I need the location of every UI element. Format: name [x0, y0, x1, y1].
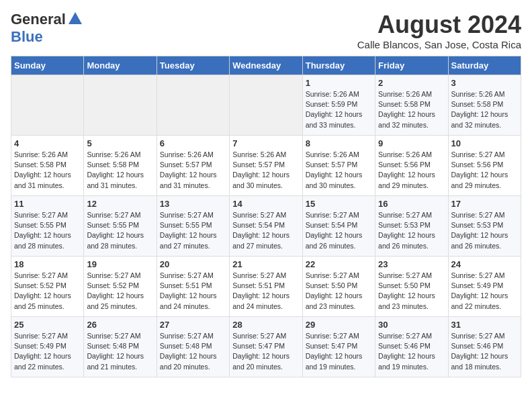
day-number: 20 [160, 259, 226, 269]
day-number: 9 [378, 138, 445, 148]
location-subtitle: Calle Blancos, San Jose, Costa Rica [357, 39, 521, 50]
day-number: 10 [451, 138, 518, 148]
weekday-header-tuesday: Tuesday [157, 56, 229, 75]
day-number: 21 [232, 259, 299, 269]
day-info: Sunrise: 5:26 AM Sunset: 5:56 PM Dayligh… [378, 150, 445, 191]
calendar-cell: 11Sunrise: 5:27 AM Sunset: 5:55 PM Dayli… [11, 196, 84, 257]
day-info: Sunrise: 5:26 AM Sunset: 5:57 PM Dayligh… [232, 150, 299, 191]
day-number: 6 [160, 138, 226, 148]
day-info: Sunrise: 5:26 AM Sunset: 5:58 PM Dayligh… [378, 89, 445, 130]
month-year-title: August 2024 [357, 11, 521, 39]
calendar-cell: 5Sunrise: 5:26 AM Sunset: 5:58 PM Daylig… [84, 136, 157, 196]
day-number: 8 [306, 138, 372, 148]
calendar-week-4: 18Sunrise: 5:27 AM Sunset: 5:52 PM Dayli… [11, 257, 521, 317]
calendar-cell: 24Sunrise: 5:27 AM Sunset: 5:49 PM Dayli… [448, 257, 521, 317]
logo-triangle-icon [69, 12, 82, 24]
day-info: Sunrise: 5:27 AM Sunset: 5:47 PM Dayligh… [306, 331, 372, 372]
calendar-cell: 30Sunrise: 5:27 AM Sunset: 5:46 PM Dayli… [375, 317, 448, 377]
calendar-cell: 2Sunrise: 5:26 AM Sunset: 5:58 PM Daylig… [375, 75, 448, 136]
calendar-week-2: 4Sunrise: 5:26 AM Sunset: 5:58 PM Daylig… [11, 136, 521, 196]
day-info: Sunrise: 5:27 AM Sunset: 5:55 PM Dayligh… [87, 210, 153, 251]
calendar-cell: 27Sunrise: 5:27 AM Sunset: 5:48 PM Dayli… [157, 317, 229, 377]
day-number: 14 [232, 199, 299, 209]
day-number: 25 [14, 320, 81, 330]
day-info: Sunrise: 5:27 AM Sunset: 5:46 PM Dayligh… [451, 331, 518, 372]
calendar-cell: 9Sunrise: 5:26 AM Sunset: 5:56 PM Daylig… [375, 136, 448, 196]
weekday-header-sunday: Sunday [11, 56, 84, 75]
weekday-header-thursday: Thursday [302, 56, 375, 75]
day-info: Sunrise: 5:27 AM Sunset: 5:49 PM Dayligh… [451, 271, 518, 312]
weekday-header-row: SundayMondayTuesdayWednesdayThursdayFrid… [11, 56, 521, 75]
calendar-cell: 28Sunrise: 5:27 AM Sunset: 5:47 PM Dayli… [230, 317, 302, 377]
day-number: 11 [14, 199, 81, 209]
day-info: Sunrise: 5:26 AM Sunset: 5:57 PM Dayligh… [160, 150, 226, 191]
calendar-cell: 13Sunrise: 5:27 AM Sunset: 5:55 PM Dayli… [157, 196, 229, 257]
calendar-cell [11, 75, 84, 136]
calendar-cell: 8Sunrise: 5:26 AM Sunset: 5:57 PM Daylig… [302, 136, 375, 196]
day-number: 28 [232, 320, 299, 330]
title-area: August 2024 Calle Blancos, San Jose, Cos… [357, 11, 521, 50]
day-number: 13 [160, 199, 226, 209]
calendar-cell: 3Sunrise: 5:26 AM Sunset: 5:58 PM Daylig… [448, 75, 521, 136]
calendar-cell: 16Sunrise: 5:27 AM Sunset: 5:53 PM Dayli… [375, 196, 448, 257]
day-info: Sunrise: 5:27 AM Sunset: 5:52 PM Dayligh… [14, 271, 81, 312]
day-number: 12 [87, 199, 153, 209]
calendar-cell: 12Sunrise: 5:27 AM Sunset: 5:55 PM Dayli… [84, 196, 157, 257]
calendar-cell: 19Sunrise: 5:27 AM Sunset: 5:52 PM Dayli… [84, 257, 157, 317]
day-number: 29 [306, 320, 372, 330]
day-info: Sunrise: 5:26 AM Sunset: 5:58 PM Dayligh… [14, 150, 81, 191]
day-info: Sunrise: 5:27 AM Sunset: 5:47 PM Dayligh… [232, 331, 299, 372]
calendar-cell: 23Sunrise: 5:27 AM Sunset: 5:50 PM Dayli… [375, 257, 448, 317]
calendar-cell: 22Sunrise: 5:27 AM Sunset: 5:50 PM Dayli… [302, 257, 375, 317]
calendar-cell: 25Sunrise: 5:27 AM Sunset: 5:49 PM Dayli… [11, 317, 84, 377]
day-info: Sunrise: 5:27 AM Sunset: 5:54 PM Dayligh… [306, 210, 372, 251]
calendar-cell: 31Sunrise: 5:27 AM Sunset: 5:46 PM Dayli… [448, 317, 521, 377]
day-number: 2 [378, 78, 445, 88]
calendar-week-1: 1Sunrise: 5:26 AM Sunset: 5:59 PM Daylig… [11, 75, 521, 136]
day-info: Sunrise: 5:27 AM Sunset: 5:51 PM Dayligh… [160, 271, 226, 312]
calendar-cell: 1Sunrise: 5:26 AM Sunset: 5:59 PM Daylig… [302, 75, 375, 136]
day-number: 16 [378, 199, 445, 209]
calendar-week-3: 11Sunrise: 5:27 AM Sunset: 5:55 PM Dayli… [11, 196, 521, 257]
day-number: 5 [87, 138, 153, 148]
weekday-header-friday: Friday [375, 56, 448, 75]
day-info: Sunrise: 5:27 AM Sunset: 5:55 PM Dayligh… [14, 210, 81, 251]
day-number: 4 [14, 138, 81, 148]
day-number: 18 [14, 259, 81, 269]
day-info: Sunrise: 5:26 AM Sunset: 5:58 PM Dayligh… [87, 150, 153, 191]
calendar-cell: 14Sunrise: 5:27 AM Sunset: 5:54 PM Dayli… [230, 196, 302, 257]
day-number: 15 [306, 199, 372, 209]
day-info: Sunrise: 5:27 AM Sunset: 5:48 PM Dayligh… [160, 331, 226, 372]
weekday-header-monday: Monday [84, 56, 157, 75]
day-number: 31 [451, 320, 518, 330]
logo-blue-text: Blue [11, 28, 43, 46]
calendar-cell: 29Sunrise: 5:27 AM Sunset: 5:47 PM Dayli… [302, 317, 375, 377]
day-info: Sunrise: 5:27 AM Sunset: 5:54 PM Dayligh… [232, 210, 299, 251]
day-info: Sunrise: 5:26 AM Sunset: 5:59 PM Dayligh… [306, 89, 372, 130]
logo: General Blue [11, 11, 82, 46]
day-info: Sunrise: 5:27 AM Sunset: 5:46 PM Dayligh… [378, 331, 445, 372]
calendar-cell: 18Sunrise: 5:27 AM Sunset: 5:52 PM Dayli… [11, 257, 84, 317]
day-info: Sunrise: 5:27 AM Sunset: 5:50 PM Dayligh… [306, 271, 372, 312]
day-info: Sunrise: 5:27 AM Sunset: 5:55 PM Dayligh… [160, 210, 226, 251]
day-number: 17 [451, 199, 518, 209]
logo-general-text: General [11, 11, 66, 28]
calendar-week-5: 25Sunrise: 5:27 AM Sunset: 5:49 PM Dayli… [11, 317, 521, 377]
day-info: Sunrise: 5:27 AM Sunset: 5:53 PM Dayligh… [378, 210, 445, 251]
day-info: Sunrise: 5:27 AM Sunset: 5:56 PM Dayligh… [451, 150, 518, 191]
day-number: 30 [378, 320, 445, 330]
day-info: Sunrise: 5:27 AM Sunset: 5:50 PM Dayligh… [378, 271, 445, 312]
day-number: 26 [87, 320, 153, 330]
day-info: Sunrise: 5:27 AM Sunset: 5:53 PM Dayligh… [451, 210, 518, 251]
day-info: Sunrise: 5:26 AM Sunset: 5:57 PM Dayligh… [306, 150, 372, 191]
calendar-cell: 10Sunrise: 5:27 AM Sunset: 5:56 PM Dayli… [448, 136, 521, 196]
calendar-cell: 15Sunrise: 5:27 AM Sunset: 5:54 PM Dayli… [302, 196, 375, 257]
weekday-header-wednesday: Wednesday [230, 56, 302, 75]
weekday-header-saturday: Saturday [448, 56, 521, 75]
day-info: Sunrise: 5:27 AM Sunset: 5:52 PM Dayligh… [87, 271, 153, 312]
calendar-cell: 7Sunrise: 5:26 AM Sunset: 5:57 PM Daylig… [230, 136, 302, 196]
day-info: Sunrise: 5:27 AM Sunset: 5:48 PM Dayligh… [87, 331, 153, 372]
day-number: 27 [160, 320, 226, 330]
calendar-cell: 17Sunrise: 5:27 AM Sunset: 5:53 PM Dayli… [448, 196, 521, 257]
day-number: 7 [232, 138, 299, 148]
